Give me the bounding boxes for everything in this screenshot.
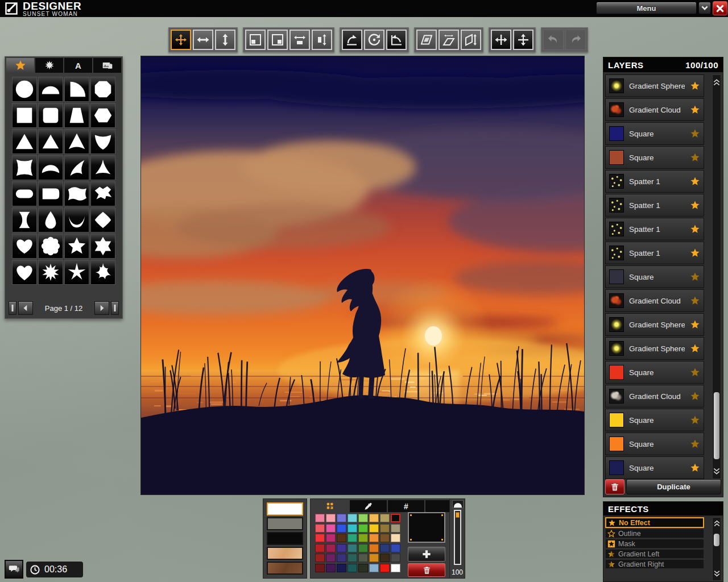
star-icon[interactable]: [690, 367, 700, 377]
color-swatch[interactable]: [337, 514, 346, 522]
shape-octagon[interactable]: [90, 77, 115, 102]
shape-concave-triangle[interactable]: [64, 129, 89, 154]
color-swatch[interactable]: [326, 544, 336, 552]
color-swatch[interactable]: [391, 524, 400, 533]
star-icon[interactable]: [690, 343, 700, 354]
color-swatch[interactable]: [348, 514, 357, 522]
color-swatch[interactable]: [315, 514, 325, 522]
opacity-slider-track[interactable]: [454, 510, 461, 565]
color-swatch[interactable]: [358, 524, 368, 533]
color-swatch[interactable]: [358, 534, 368, 542]
layer-row[interactable]: Spatter 1: [605, 218, 704, 240]
effect-mask[interactable]: Mask: [605, 539, 704, 548]
shape-circle[interactable]: [12, 77, 37, 102]
color-swatch[interactable]: [315, 534, 325, 542]
color-swatch[interactable]: [369, 564, 379, 572]
chat-button[interactable]: [5, 560, 23, 579]
color-swatch[interactable]: [348, 554, 357, 562]
move-vertical-button[interactable]: [215, 30, 235, 50]
add-color-button[interactable]: [408, 547, 445, 562]
color-swatch[interactable]: [348, 534, 357, 542]
color-swatch[interactable]: [380, 564, 390, 572]
layer-row[interactable]: Spatter 1: [605, 242, 704, 264]
undo-button[interactable]: [543, 30, 564, 50]
layer-row[interactable]: Square: [605, 146, 704, 169]
layer-row[interactable]: Square: [605, 433, 704, 455]
color-swatch[interactable]: [315, 524, 325, 533]
layer-row[interactable]: Gradient Sphere: [605, 74, 704, 97]
star-icon[interactable]: [690, 81, 700, 91]
color-swatch[interactable]: [369, 524, 379, 533]
color-swatch[interactable]: [358, 554, 368, 562]
shape-pill[interactable]: [12, 181, 37, 206]
shape-concave-arch[interactable]: [38, 155, 63, 180]
shape-heart-round[interactable]: [12, 260, 37, 285]
layer-row[interactable]: Gradient Sphere: [605, 337, 704, 360]
color-swatch[interactable]: [337, 554, 346, 562]
star-icon[interactable]: [690, 296, 700, 306]
color-swatch[interactable]: [358, 544, 368, 552]
color-swatch[interactable]: [337, 544, 346, 552]
next-page-button[interactable]: [94, 301, 109, 315]
star-icon[interactable]: [690, 105, 700, 115]
color-swatch[interactable]: [391, 514, 400, 522]
color-swatch[interactable]: [391, 544, 400, 552]
tab-eyedropper[interactable]: [350, 500, 387, 512]
flip-vertical-button[interactable]: [513, 30, 533, 50]
redo-button[interactable]: [565, 30, 586, 50]
shape-concave-square[interactable]: [12, 155, 37, 180]
color-swatch[interactable]: [391, 534, 400, 542]
effect-outline[interactable]: Outline: [605, 529, 704, 538]
color-swatch[interactable]: [369, 544, 379, 552]
shape-rounded-flag[interactable]: [38, 181, 63, 206]
scroll-thumb[interactable]: [714, 534, 719, 546]
color-swatch[interactable]: [348, 544, 357, 552]
color-swatch[interactable]: [380, 544, 390, 552]
color-swatch[interactable]: [326, 534, 336, 542]
color-swatch[interactable]: [380, 524, 390, 533]
scroll-thumb[interactable]: [714, 392, 719, 459]
delete-layer-button[interactable]: [605, 479, 624, 494]
menu-button[interactable]: Menu: [596, 2, 697, 14]
star-icon[interactable]: [690, 200, 700, 210]
shape-shield[interactable]: [90, 129, 115, 154]
canvas[interactable]: [141, 56, 584, 494]
layer-row[interactable]: Spatter 1: [605, 194, 704, 217]
tab-palette[interactable]: [312, 500, 349, 512]
color-swatch[interactable]: [391, 564, 400, 572]
rotate-ccw-button[interactable]: [386, 30, 407, 50]
shape-pinwheel-star[interactable]: [90, 260, 115, 285]
shape-square[interactable]: [12, 103, 37, 128]
move-button[interactable]: [171, 30, 191, 50]
color-swatch[interactable]: [358, 564, 368, 572]
tab-shapes[interactable]: [6, 58, 34, 73]
tab-text[interactable]: A: [64, 58, 92, 73]
shape-rounded-square[interactable]: [38, 103, 63, 128]
layer-row[interactable]: Gradient Cloud: [605, 385, 704, 408]
color-swatch[interactable]: [380, 514, 390, 522]
color-swatch[interactable]: [369, 514, 379, 522]
star-icon[interactable]: [690, 128, 700, 139]
effects-scrollbar[interactable]: [712, 517, 721, 581]
shape-torn-banner[interactable]: [90, 181, 115, 206]
tab-images[interactable]: [93, 58, 121, 73]
shape-rounded-diamond[interactable]: [90, 207, 115, 232]
shape-wavy-banner[interactable]: [64, 181, 89, 206]
rotate-cw-button[interactable]: [342, 30, 362, 50]
scale-corner-button[interactable]: [267, 30, 288, 50]
swatch-skin-dark[interactable]: [267, 562, 303, 575]
shape-hexagon[interactable]: [90, 103, 115, 128]
first-page-button[interactable]: [9, 301, 16, 315]
delete-color-button[interactable]: [408, 563, 445, 577]
skew-horizontal-button[interactable]: [439, 30, 459, 50]
swatch-white[interactable]: [267, 502, 303, 516]
scroll-down-button[interactable]: [713, 568, 721, 579]
shape-three-point-star[interactable]: [90, 155, 115, 180]
shape-crescent[interactable]: [64, 207, 89, 232]
layer-row[interactable]: Spatter 1: [605, 170, 704, 193]
effect-gradient-right[interactable]: Gradient Right: [605, 559, 704, 569]
shape-quarter-circle[interactable]: [64, 77, 89, 102]
color-swatch[interactable]: [391, 554, 400, 562]
shape-triangle[interactable]: [12, 129, 37, 154]
star-icon[interactable]: [690, 272, 700, 282]
